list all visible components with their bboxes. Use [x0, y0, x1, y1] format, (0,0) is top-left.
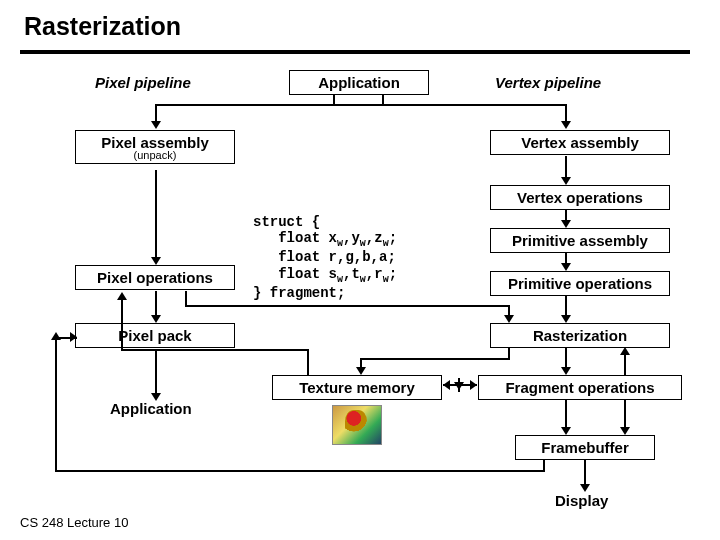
- arrow-down-icon: [508, 305, 510, 316]
- arrow-down-icon: [565, 253, 567, 264]
- arrow-down-icon: [565, 210, 567, 221]
- label-application-bottom: Application: [110, 400, 192, 417]
- arrow-down-icon: [565, 348, 567, 368]
- arrow: [185, 305, 509, 307]
- box-fragment-operations: Fragment operations: [478, 375, 682, 400]
- arrow-down-icon: [565, 104, 567, 122]
- box-pixel-pack: Pixel pack: [75, 323, 235, 348]
- arrow-down-icon: [565, 296, 567, 316]
- arrow-left-icon: [443, 380, 450, 390]
- arrow: [382, 95, 384, 105]
- slide-title: Rasterization: [24, 12, 181, 41]
- arrow-down-icon: [584, 460, 586, 485]
- arrow: [307, 349, 309, 375]
- arrow-down-icon: [155, 349, 157, 394]
- box-texture-memory: Texture memory: [272, 375, 442, 400]
- arrow: [360, 358, 510, 360]
- box-pixel-assembly: Pixel assembly (unpack): [75, 130, 235, 164]
- arrow-down-icon: [155, 104, 157, 122]
- arrow-right-icon: [70, 332, 77, 342]
- box-framebuffer: Framebuffer: [515, 435, 655, 460]
- arrow-right-icon: [470, 380, 477, 390]
- arrow-up-icon: [55, 339, 57, 472]
- arrow-down-icon: [360, 358, 362, 368]
- arrow-down-icon: [155, 170, 157, 258]
- label-vertex-pipeline: Vertex pipeline: [495, 74, 601, 91]
- box-primitive-assembly: Primitive assembly: [490, 228, 670, 253]
- arrow-down-icon: [624, 400, 626, 428]
- box-vertex-operations: Vertex operations: [490, 185, 670, 210]
- label-pixel-pipeline: Pixel pipeline: [95, 74, 191, 91]
- box-rasterization: Rasterization: [490, 323, 670, 348]
- box-vertex-assembly: Vertex assembly: [490, 130, 670, 155]
- arrow: [55, 470, 545, 472]
- arrow-up-icon: [624, 354, 626, 376]
- title-rule: [20, 50, 690, 54]
- arrow-down-icon: [565, 156, 567, 178]
- sample-image-icon: [332, 405, 382, 445]
- footer-text: CS 248 Lecture 10: [20, 515, 128, 530]
- arrow: [121, 349, 309, 351]
- box-application-top: Application: [289, 70, 429, 95]
- box-primitive-operations: Primitive operations: [490, 271, 670, 296]
- arrow-down-icon: [565, 400, 567, 428]
- code-struct: struct { float xw,yw,zw; float r,g,b,a; …: [253, 198, 397, 301]
- box-pixel-operations: Pixel operations: [75, 265, 235, 290]
- label-display: Display: [555, 492, 608, 509]
- arrow-up-icon: [121, 299, 123, 351]
- arrow-down-icon: [155, 291, 157, 316]
- arrow: [155, 104, 566, 106]
- arrow: [185, 291, 187, 305]
